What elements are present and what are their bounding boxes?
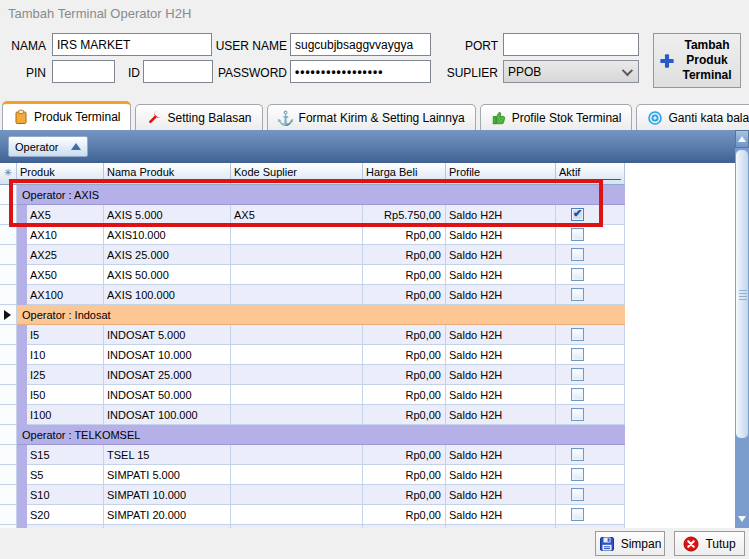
table-row[interactable]: AX25AXIS 25.000Rp0,00Saldo H2H xyxy=(0,245,625,265)
column-header-aktif[interactable]: Aktif xyxy=(556,163,625,185)
cell-harga-beli: Rp0,00 xyxy=(363,365,446,385)
cell-nama-produk: AXIS 50.000 xyxy=(104,265,231,285)
table-row[interactable]: S5SIMPATI 5.000Rp0,00Saldo H2H xyxy=(0,465,625,485)
cell-profile: Saldo H2H xyxy=(446,405,556,425)
cell-produk: AX25 xyxy=(27,245,104,265)
cell-aktif xyxy=(556,205,625,225)
tab-produk-terminal[interactable]: Produk Terminal xyxy=(2,101,131,130)
aktif-checkbox[interactable] xyxy=(571,488,584,501)
cell-harga-beli: Rp0,00 xyxy=(363,285,446,305)
row-indicator xyxy=(0,265,17,285)
scrollbar-thumb[interactable] xyxy=(735,149,749,439)
table-row[interactable]: AX10AXIS10.000Rp0,00Saldo H2H xyxy=(0,225,625,245)
nama-input[interactable] xyxy=(52,33,212,56)
suplier-select[interactable]: PPOB xyxy=(503,60,639,83)
cell-produk: S10 xyxy=(27,485,104,505)
cell-produk: S5 xyxy=(27,465,104,485)
cell-aktif xyxy=(556,225,625,245)
aktif-checkbox[interactable] xyxy=(571,388,584,401)
group-header-row[interactable]: Operator : TELKOMSEL xyxy=(0,425,625,445)
focused-row-arrow-icon xyxy=(4,310,11,320)
tutup-button[interactable]: Tutup xyxy=(674,531,745,556)
table-row[interactable]: I5INDOSAT 5.000Rp0,00Saldo H2H xyxy=(0,325,625,345)
tab-label: Ganti kata balasan xyxy=(668,111,749,125)
plus-icon xyxy=(659,53,675,69)
group-header-row[interactable]: Operator : AXIS xyxy=(0,185,625,205)
cell-produk: AX100 xyxy=(27,285,104,305)
group-header-row[interactable]: Operator : Indosat xyxy=(0,305,625,325)
port-input[interactable] xyxy=(503,33,639,56)
row-indicator xyxy=(0,285,17,305)
table-row[interactable]: I25INDOSAT 25.000Rp0,00Saldo H2H xyxy=(0,365,625,385)
aktif-checkbox[interactable] xyxy=(571,368,584,381)
column-header-nama-produk[interactable]: Nama Produk xyxy=(104,163,231,185)
group-indent xyxy=(17,365,27,385)
tab-format-kirim[interactable]: ⚓ Format Kirim & Setting Lainnya xyxy=(267,104,476,130)
cell-nama-produk: INDOSAT 10.000 xyxy=(104,345,231,365)
group-label: Operator : TELKOMSEL xyxy=(17,425,625,445)
tutup-button-label: Tutup xyxy=(705,537,735,551)
cell-nama-produk: SIMPATI 10.000 xyxy=(104,485,231,505)
cell-kode-suplier xyxy=(231,245,363,265)
cell-nama-produk: AXIS 5.000 xyxy=(104,205,231,225)
group-by-chip-operator[interactable]: Operator xyxy=(8,136,88,157)
cell-harga-beli: Rp0,00 xyxy=(363,405,446,425)
row-indicator xyxy=(0,505,17,525)
cell-produk: AX10 xyxy=(27,225,104,245)
pin-input[interactable] xyxy=(52,60,115,83)
column-header-produk[interactable]: Produk xyxy=(17,163,104,185)
table-row[interactable]: AX100AXIS 100.000Rp0,00Saldo H2H xyxy=(0,285,625,305)
row-indicator xyxy=(0,465,17,485)
cell-produk: I100 xyxy=(27,405,104,425)
aktif-checkbox[interactable] xyxy=(571,288,584,301)
vertical-scrollbar[interactable] xyxy=(735,130,749,528)
group-indent xyxy=(17,225,27,245)
column-header-kode-suplier[interactable]: Kode Suplier xyxy=(231,163,363,185)
aktif-checkbox[interactable] xyxy=(571,348,584,361)
tab-setting-balasan[interactable]: Setting Balasan xyxy=(135,104,262,130)
aktif-checkbox[interactable] xyxy=(571,248,584,261)
cell-nama-produk: INDOSAT 25.000 xyxy=(104,365,231,385)
scroll-down-button[interactable] xyxy=(735,510,749,528)
cell-profile: Saldo H2H xyxy=(446,465,556,485)
column-header-profile[interactable]: Profile xyxy=(446,163,556,185)
aktif-checkbox[interactable] xyxy=(571,468,584,481)
id-input[interactable] xyxy=(143,60,213,83)
aktif-checkbox[interactable] xyxy=(571,328,584,341)
group-indent xyxy=(17,245,27,265)
tab-ganti-kata-balasan[interactable]: Ganti kata balasan xyxy=(636,104,749,130)
table-row[interactable]: I50INDOSAT 50.000Rp0,00Saldo H2H xyxy=(0,385,625,405)
tambah-produk-terminal-button[interactable]: Tambah Produk Terminal xyxy=(653,33,741,88)
table-row[interactable]: S20SIMPATI 20.000Rp0,00Saldo H2H xyxy=(0,505,625,525)
cell-nama-produk: INDOSAT 50.000 xyxy=(104,385,231,405)
group-label: Operator : Indosat xyxy=(17,305,625,325)
user-name-input[interactable] xyxy=(290,33,431,56)
table-row[interactable]: AX5AXIS 5.000AX5Rp5.750,00Saldo H2H xyxy=(0,205,625,225)
cell-kode-suplier xyxy=(231,365,363,385)
table-row[interactable]: S10SIMPATI 10.000Rp0,00Saldo H2H xyxy=(0,485,625,505)
cell-harga-beli: Rp0,00 xyxy=(363,445,446,465)
cell-aktif xyxy=(556,365,625,385)
cell-kode-suplier xyxy=(231,285,363,305)
aktif-checkbox[interactable] xyxy=(571,448,584,461)
suplier-selected-value: PPOB xyxy=(508,65,622,79)
table-row[interactable]: S15TSEL 15Rp0,00Saldo H2H xyxy=(0,445,625,465)
aktif-checkbox[interactable] xyxy=(571,208,584,221)
aktif-checkbox[interactable] xyxy=(571,268,584,281)
table-row[interactable]: AX50AXIS 50.000Rp0,00Saldo H2H xyxy=(0,265,625,285)
simpan-button[interactable]: Simpan xyxy=(595,531,665,556)
aktif-checkbox[interactable] xyxy=(571,228,584,241)
scroll-up-button[interactable] xyxy=(735,130,749,148)
table-row[interactable]: I10INDOSAT 10.000Rp0,00Saldo H2H xyxy=(0,345,625,365)
tab-profile-stok-terminal[interactable]: Profile Stok Terminal xyxy=(480,104,633,130)
row-indicator xyxy=(0,185,17,205)
cell-produk: I10 xyxy=(27,345,104,365)
password-input[interactable] xyxy=(290,60,431,83)
column-header-harga-beli[interactable]: Harga Beli xyxy=(363,163,446,185)
cell-profile: Saldo H2H xyxy=(446,365,556,385)
aktif-checkbox[interactable] xyxy=(571,508,584,521)
cell-profile: Saldo H2H xyxy=(446,245,556,265)
row-indicator xyxy=(0,425,17,445)
aktif-checkbox[interactable] xyxy=(571,408,584,421)
table-row[interactable]: I100INDOSAT 100.000Rp0,00Saldo H2H xyxy=(0,405,625,425)
